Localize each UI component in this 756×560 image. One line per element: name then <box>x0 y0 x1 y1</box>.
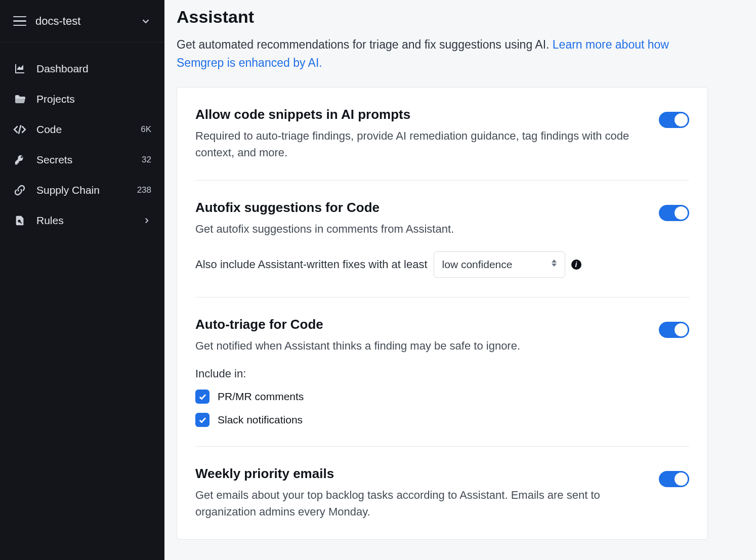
toggle-autofix[interactable] <box>659 205 689 221</box>
checkbox-label: PR/MR comments <box>218 391 304 403</box>
info-icon[interactable]: i <box>571 260 581 270</box>
toggle-code-snippets[interactable] <box>659 112 689 128</box>
check-row-pr: PR/MR comments <box>195 390 689 404</box>
section-title: Weekly priority emails <box>195 466 647 482</box>
section-desc: Get notified when Assistant thinks a fin… <box>195 337 647 354</box>
sidebar-item-supply-chain[interactable]: Supply Chain 238 <box>0 175 164 205</box>
sidebar-item-label: Dashboard <box>36 63 151 75</box>
sidebar-item-rules[interactable]: Rules <box>0 205 164 236</box>
check-row-slack: Slack notifications <box>195 413 689 427</box>
sidebar-item-secrets[interactable]: Secrets 32 <box>0 145 164 175</box>
toggle-weekly-emails[interactable] <box>659 471 689 487</box>
sidebar-badge: 6K <box>141 124 151 135</box>
toggle-autotriage[interactable] <box>659 322 689 338</box>
sidebar-item-code[interactable]: Code 6K <box>0 114 164 145</box>
key-icon <box>13 153 26 166</box>
select-caret-icon <box>552 260 558 270</box>
link-icon <box>13 184 26 197</box>
sidebar-item-label: Rules <box>36 214 132 227</box>
section-code-snippets: Allow code snippets in AI prompts Requir… <box>195 88 689 181</box>
sidebar-badge: 238 <box>137 185 151 195</box>
sidebar-item-label: Projects <box>36 93 151 105</box>
section-desc: Required to auto-triage findings, provid… <box>195 127 647 161</box>
sidebar-item-projects[interactable]: Projects <box>0 84 164 114</box>
code-icon <box>13 123 26 136</box>
confidence-label: Also include Assistant-written fixes wit… <box>195 258 428 271</box>
confidence-select[interactable]: low confidence <box>434 251 565 278</box>
section-autofix: Autofix suggestions for Code Get autofix… <box>195 181 689 297</box>
sidebar-item-label: Secrets <box>36 154 132 166</box>
section-title: Autofix suggestions for Code <box>195 200 647 216</box>
checkbox-slack-notifications[interactable] <box>195 413 209 427</box>
confidence-value: low confidence <box>442 259 513 271</box>
section-autotriage: Auto-triage for Code Get notified when A… <box>195 297 689 447</box>
checkbox-label: Slack notifications <box>218 414 303 426</box>
section-weekly-emails: Weekly priority emails Get emails about … <box>195 447 689 539</box>
sidebar-item-label: Supply Chain <box>36 184 127 196</box>
hamburger-icon[interactable] <box>13 16 26 26</box>
svg-line-0 <box>19 125 21 134</box>
chevron-right-icon <box>142 216 151 225</box>
doc-icon <box>13 214 26 227</box>
sidebar-item-dashboard[interactable]: Dashboard <box>0 54 164 84</box>
section-title: Allow code snippets in AI prompts <box>195 107 647 122</box>
section-title: Auto-triage for Code <box>195 317 647 332</box>
include-label: Include in: <box>195 367 689 380</box>
sidebar-nav: Dashboard Projects Code 6K Secrets 32 <box>0 42 164 236</box>
sidebar-header: docs-test <box>0 0 164 42</box>
settings-card: Allow code snippets in AI prompts Requir… <box>177 87 708 540</box>
page-title: Assistant <box>177 7 744 27</box>
chart-icon <box>13 62 26 75</box>
page-subtitle-text: Get automated recommendations for triage… <box>177 38 553 51</box>
section-desc: Get autofix suggestions in comments from… <box>195 221 647 237</box>
main-content: Assistant Get automated recommendations … <box>164 0 756 560</box>
checkbox-pr-comments[interactable] <box>195 390 209 404</box>
sidebar-badge: 32 <box>142 155 151 165</box>
section-desc: Get emails about your top backlog tasks … <box>195 487 647 520</box>
sidebar: docs-test Dashboard Projects Code 6K <box>0 0 164 560</box>
autofix-confidence-row: Also include Assistant-written fixes wit… <box>195 251 689 278</box>
org-name[interactable]: docs-test <box>35 15 131 28</box>
page-subtitle: Get automated recommendations for triage… <box>177 36 698 72</box>
folder-icon <box>13 93 26 106</box>
sidebar-item-label: Code <box>36 123 131 136</box>
chevron-down-icon[interactable] <box>140 16 151 27</box>
